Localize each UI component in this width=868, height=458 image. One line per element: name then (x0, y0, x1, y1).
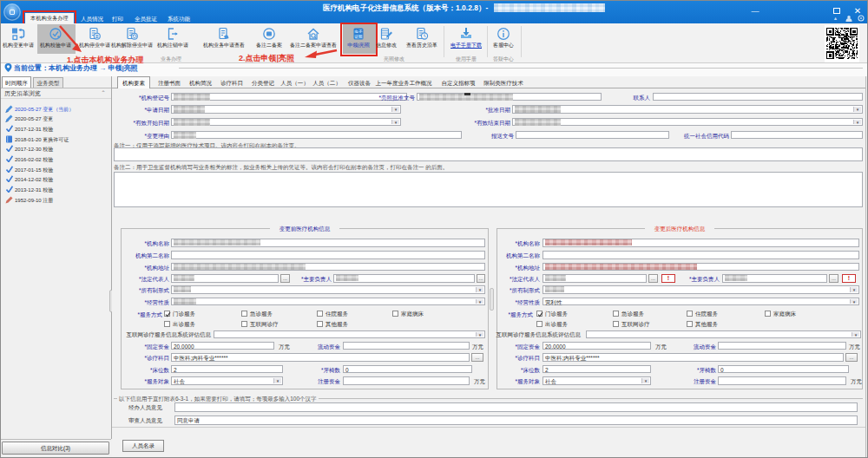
svg-text:证照: 证照 (354, 34, 364, 39)
svg-text:电子: 电子 (355, 29, 364, 34)
